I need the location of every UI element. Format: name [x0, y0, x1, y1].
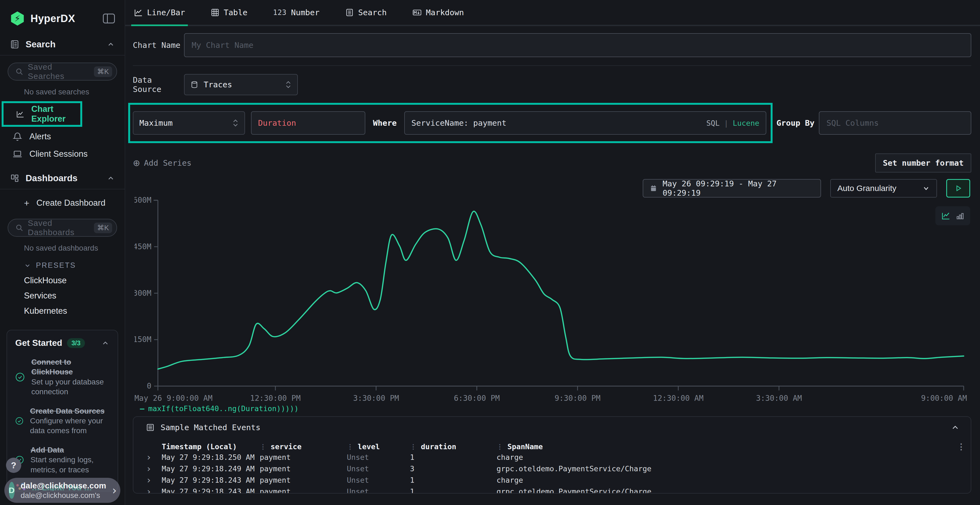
checklist-item-desc: Start sending logs, metrics, or traces — [30, 455, 110, 475]
column-resize-handle[interactable]: ⋮ — [260, 443, 266, 451]
events-table-header: Timestamp (Local) ⋮service ⋮level ⋮durat… — [134, 442, 971, 451]
sidebar-item-client-sessions[interactable]: Client Sessions — [0, 145, 125, 163]
create-dashboard-button[interactable]: + Create Dashboard — [0, 194, 125, 212]
chevron-right-icon: › — [112, 484, 117, 497]
aggregation-select[interactable]: Maximum — [133, 111, 245, 135]
x-tick-label: 12:30:00 AM — [653, 394, 703, 402]
set-number-format-button[interactable]: Set number format — [875, 154, 971, 173]
cell-duration: 1 — [410, 476, 496, 484]
expand-row-icon[interactable]: › — [144, 452, 162, 462]
tab-label: Line/Bar — [147, 8, 185, 17]
list-doc-icon — [345, 8, 354, 17]
column-resize-handle[interactable]: ⋮ — [496, 443, 503, 451]
chart-type-tabs: Line/Bar Table 123 Number Search Markdow… — [125, 0, 980, 26]
chevron-up-icon[interactable] — [101, 339, 110, 347]
lucene-mode-button[interactable]: Lucene — [733, 119, 759, 127]
get-started-card: Get Started 3/3 Connect to ClickHouse Se… — [6, 330, 118, 491]
data-source-label: Data Source — [133, 75, 184, 94]
app-root: ⚡ HyperDX Search Saved Searches ⌘K No sa… — [0, 0, 980, 505]
tab-number[interactable]: 123 Number — [272, 8, 321, 25]
series-row: Maximum Duration Where ServiceName: paym… — [128, 103, 971, 143]
user-email: dale@clickhouse.com — [21, 481, 106, 491]
column-header-spanname[interactable]: ⋮SpanName — [496, 442, 946, 451]
group-by-input[interactable] — [819, 111, 971, 135]
help-button[interactable]: ? — [6, 458, 21, 473]
cell-service: payment — [260, 464, 347, 473]
journal-icon — [10, 40, 20, 49]
event-row[interactable]: › May 27 9:29:18.249 AM payment Unset 3 … — [134, 463, 971, 474]
event-row[interactable]: › May 27 9:29:18.243 AM payment Unset 1 … — [134, 474, 971, 486]
expand-row-icon[interactable]: › — [144, 463, 162, 474]
user-team: dale@clickhouse.com's — [21, 491, 106, 500]
event-row[interactable]: › May 27 9:29:18.243 AM payment Unset 1 … — [134, 486, 971, 494]
chart-name-input[interactable] — [184, 33, 971, 57]
preset-item-kubernetes[interactable]: Kubernetes — [0, 303, 125, 319]
sidebar-item-alerts[interactable]: Alerts — [0, 128, 125, 145]
presets-toggle[interactable]: PRESETS — [0, 256, 125, 273]
cell-spanname: charge — [496, 476, 946, 484]
chevron-up-icon[interactable] — [107, 40, 115, 48]
up-down-chevrons-icon — [285, 80, 291, 89]
tab-markdown[interactable]: Markdown — [411, 8, 465, 25]
saved-dashboards-input[interactable]: Saved Dashboards ⌘K — [8, 219, 117, 237]
search-icon — [15, 224, 24, 232]
sidebar-section-dashboards[interactable]: Dashboards — [0, 168, 125, 189]
column-header-timestamp[interactable]: Timestamp (Local) — [162, 442, 260, 451]
tab-label: Markdown — [426, 8, 464, 17]
field-input[interactable]: Duration — [251, 111, 365, 135]
x-tick-label: 3:30:00 AM — [756, 394, 802, 402]
column-header-level[interactable]: ⋮level — [347, 442, 410, 451]
chart-section: May 26 09:29:19 - May 27 09:29:19 Auto G… — [133, 179, 971, 412]
column-header-duration[interactable]: ⋮duration — [410, 442, 496, 451]
where-filter-input[interactable]: ServiceName: payment SQL | Lucene — [404, 111, 766, 135]
x-tick-label: 6:30:00 PM — [454, 394, 500, 402]
user-menu[interactable]: D dale@clickhouse.com dale@clickhouse.co… — [4, 478, 120, 503]
series-line — [158, 211, 964, 369]
chevron-up-icon[interactable] — [951, 423, 960, 432]
column-resize-handle[interactable]: ⋮ — [410, 443, 417, 451]
preset-item-services[interactable]: Services — [0, 288, 125, 303]
chevron-down-icon — [24, 262, 31, 269]
expand-row-icon[interactable]: › — [144, 486, 162, 494]
table-menu-icon[interactable]: ⋮ — [946, 442, 965, 451]
sample-matched-events-card: Sample Matched Events Timestamp (Local) … — [133, 416, 971, 494]
timeseries-chart[interactable]: 0150M300M450M600MMay 26 9:00:00 AM12:30:… — [134, 179, 967, 403]
collapse-sidebar-icon[interactable] — [103, 14, 115, 24]
tab-search[interactable]: Search — [344, 8, 388, 25]
checklist-item[interactable]: Add Data Start sending logs, metrics, or… — [15, 445, 110, 475]
chevron-up-icon[interactable] — [107, 174, 115, 182]
main-panel: Line/Bar Table 123 Number Search Markdow… — [125, 0, 980, 505]
get-started-progress-badge: 3/3 — [67, 338, 85, 348]
chart-name-row: Chart Name — [133, 33, 971, 57]
column-header-service[interactable]: ⋮service — [260, 442, 347, 451]
sidebar-section-search[interactable]: Search — [0, 34, 125, 55]
data-source-row: Data Source Traces — [133, 74, 971, 95]
sql-mode-button[interactable]: SQL — [706, 119, 720, 127]
saved-searches-input[interactable]: Saved Searches ⌘K — [8, 63, 117, 81]
shortcut-badge: ⌘K — [94, 67, 112, 77]
checklist-item[interactable]: Create Data Sources Configure where your… — [15, 406, 110, 436]
tab-line-bar[interactable]: Line/Bar — [133, 8, 186, 25]
where-value: ServiceName: payment — [411, 118, 706, 128]
sidebar-item-chart-explorer[interactable]: Chart Explorer — [3, 105, 80, 123]
data-source-select[interactable]: Traces — [184, 74, 298, 95]
add-series-button[interactable]: ⊕ Add Series — [133, 158, 191, 168]
cell-spanname: grpc.oteldemo.PaymentService/Charge — [496, 464, 946, 473]
sidebar: ⚡ HyperDX Search Saved Searches ⌘K No sa… — [0, 0, 125, 505]
tab-label: Search — [358, 8, 387, 17]
y-tick-label: 600M — [134, 195, 151, 205]
cell-spanname: charge — [496, 453, 946, 462]
expand-row-icon[interactable]: › — [144, 475, 162, 485]
cell-level: Unset — [347, 476, 410, 484]
laptop-icon — [13, 149, 22, 159]
checklist-item[interactable]: Connect to ClickHouse Set up your databa… — [15, 357, 110, 397]
cell-timestamp: May 27 9:29:18.243 AM — [162, 476, 260, 484]
aggregation-value: Maximum — [139, 118, 173, 128]
no-saved-searches-text: No saved searches — [0, 83, 125, 100]
preset-item-clickhouse[interactable]: ClickHouse — [0, 273, 125, 288]
cell-timestamp: May 27 9:29:18.249 AM — [162, 464, 260, 473]
tab-table[interactable]: Table — [210, 8, 248, 25]
cell-timestamp: May 27 9:29:18.250 AM — [162, 453, 260, 462]
event-row[interactable]: › May 27 9:29:18.250 AM payment Unset 1 … — [134, 451, 971, 463]
column-resize-handle[interactable]: ⋮ — [347, 443, 353, 451]
